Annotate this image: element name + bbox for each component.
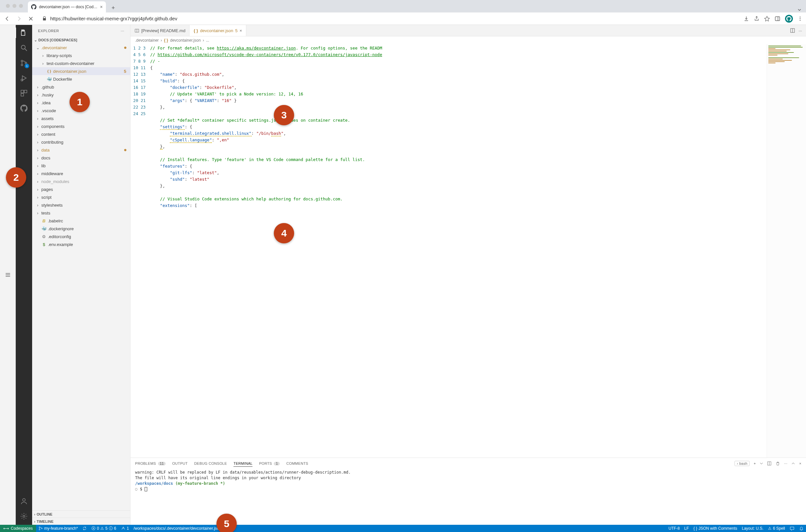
traffic-max[interactable] [19,4,23,8]
search-activity-icon[interactable] [19,43,28,53]
browser-tab-active[interactable]: devcontainer.json — docs [Cod… × [28,1,106,13]
status-sync[interactable] [80,525,89,532]
status-eol[interactable]: LF [682,525,691,532]
timeline-section[interactable]: ›TIMELINE [32,517,130,525]
preview-icon [134,28,139,33]
run-debug-activity-icon[interactable] [19,74,28,83]
close-tab-icon[interactable]: × [240,28,242,33]
file-row[interactable]: 🐳.dockerignore [32,225,130,232]
folder-row[interactable]: ›contributing [32,138,130,146]
star-icon[interactable] [764,16,770,22]
folder-row[interactable]: ›script [32,193,130,201]
explorer-more-icon[interactable]: ··· [121,29,124,33]
maximize-panel-icon[interactable] [791,461,795,466]
explorer-title: EXPLORER ··· [32,25,130,36]
activity-bar: 1 [16,25,32,525]
explorer-activity-icon[interactable] [19,28,28,37]
tab-comments[interactable]: COMMENTS [286,461,308,466]
folder-row[interactable]: ›lib [32,162,130,170]
traffic-close[interactable] [6,4,10,8]
menu-icon[interactable] [798,16,803,21]
profile-avatar[interactable] [785,15,793,23]
close-tab-icon[interactable]: × [100,4,103,10]
tab-problems[interactable]: PROBLEMS11 [135,461,166,466]
back-button[interactable] [3,15,11,23]
status-problems[interactable]: ⓧ0 ⚠5 ⓘ6 [89,525,118,532]
split-terminal-icon[interactable] [767,461,772,466]
status-spell[interactable]: ⚠6 Spell [766,525,787,532]
breadcrumbs[interactable]: .devcontainer› { } devcontainer.json› ..… [131,36,806,44]
hamburger-icon[interactable] [5,272,11,278]
file-tree[interactable]: ⌄.devcontainer●›library-scripts›test-cus… [32,44,130,510]
tab-debug-console[interactable]: DEBUG CONSOLE [194,461,227,466]
file-row[interactable]: B.babelrc [32,217,130,225]
tab-devcontainer[interactable]: { } devcontainer.json 5 × [190,25,246,36]
browser-tab-title: devcontainer.json — docs [Cod… [39,5,97,9]
file-row[interactable]: ⚙.editorconfig [32,232,130,241]
tab-terminal[interactable]: TERMINAL [233,461,252,467]
tab-output[interactable]: OUTPUT [172,461,188,466]
terminal-shell-label[interactable]: › bash [734,461,750,466]
folder-row[interactable]: ›tests [32,209,130,217]
status-branch[interactable]: my-feature-branch* [36,525,80,532]
panel-more-icon[interactable]: ··· [784,461,787,466]
panel-tabs: PROBLEMS11 OUTPUT DEBUG CONSOLE TERMINAL… [131,458,806,469]
folder-row[interactable]: ›components [32,122,130,130]
folder-row[interactable]: ›.github [32,83,130,91]
minimap[interactable] [767,44,806,458]
outline-section[interactable]: ›OUTLINE [32,510,130,517]
traffic-min[interactable] [13,4,16,8]
editor-more-icon[interactable]: ··· [799,28,802,33]
new-terminal-icon[interactable]: + [753,461,756,466]
file-row[interactable]: $.env.example [32,241,130,248]
toolbar-actions [743,15,803,23]
github-activity-icon[interactable] [19,103,28,113]
panel-icon[interactable] [774,16,781,22]
file-row[interactable]: 🐳Dockerfile [32,75,130,83]
tab-ports[interactable]: PORTS1 [259,461,280,466]
close-panel-icon[interactable]: × [799,461,801,466]
extensions-activity-icon[interactable] [19,89,28,98]
settings-activity-icon[interactable] [19,512,28,521]
tab-chevron-icon[interactable] [797,7,802,13]
folder-row[interactable]: ›docs [32,154,130,162]
download-icon[interactable] [743,16,749,22]
folder-row[interactable]: ›assets [32,114,130,122]
status-layout[interactable]: Layout: U.S. [740,525,766,532]
forward-button[interactable] [15,15,23,23]
status-feedback-icon[interactable] [787,525,797,532]
new-tab-button[interactable]: + [109,3,118,13]
lock-icon [42,16,47,21]
status-encoding[interactable]: UTF-8 [666,525,682,532]
file-row[interactable]: { }devcontainer.json5 [32,67,130,75]
accounts-activity-icon[interactable] [19,497,28,506]
code-editor[interactable]: 1 2 3 4 5 6 7 8 9 10 11 12 13 14 15 16 1… [131,44,806,458]
split-editor-icon[interactable] [790,28,795,33]
folder-row[interactable]: ›data● [32,146,130,154]
terminal-dropdown-icon[interactable] [760,462,763,465]
stop-reload-button[interactable] [27,15,35,23]
source-control-activity-icon[interactable]: 1 [19,58,28,68]
kill-terminal-icon[interactable] [775,461,780,466]
status-filepath[interactable]: /workspaces/docs/.devcontainer/devcontai… [131,525,224,532]
url-input[interactable]: https://hubwriter-musical-meme-grx7rggrj… [39,16,740,21]
share-icon[interactable] [754,16,760,21]
tab-preview-readme[interactable]: [Preview] README.md [131,25,190,36]
svg-point-3 [800,18,801,19]
folder-row[interactable]: ›content [32,130,130,138]
svg-point-14 [23,498,25,501]
status-ports[interactable]: 1 [119,525,132,532]
folder-row[interactable]: ›pages [32,185,130,193]
folder-row[interactable]: ›stylesheets [32,201,130,209]
folder-row[interactable]: ›test-custom-devcontainer [32,59,130,67]
folder-row[interactable]: ›library-scripts [32,52,130,59]
status-lang[interactable]: { }JSON with Comments [691,525,740,532]
status-bell-icon[interactable] [797,525,806,532]
folder-row[interactable]: ›middleware [32,170,130,177]
status-codespaces[interactable]: ⟷Codespaces [0,525,36,532]
folder-row[interactable]: ›node_modules [32,177,130,185]
folder-row[interactable]: ⌄.devcontainer● [32,44,130,52]
code-content[interactable]: // For format details, see https://aka.m… [150,44,767,458]
editor-tabs: [Preview] README.md { } devcontainer.jso… [131,25,806,36]
explorer-section[interactable]: ⌄DOCS [CODESPACES] [32,36,130,44]
